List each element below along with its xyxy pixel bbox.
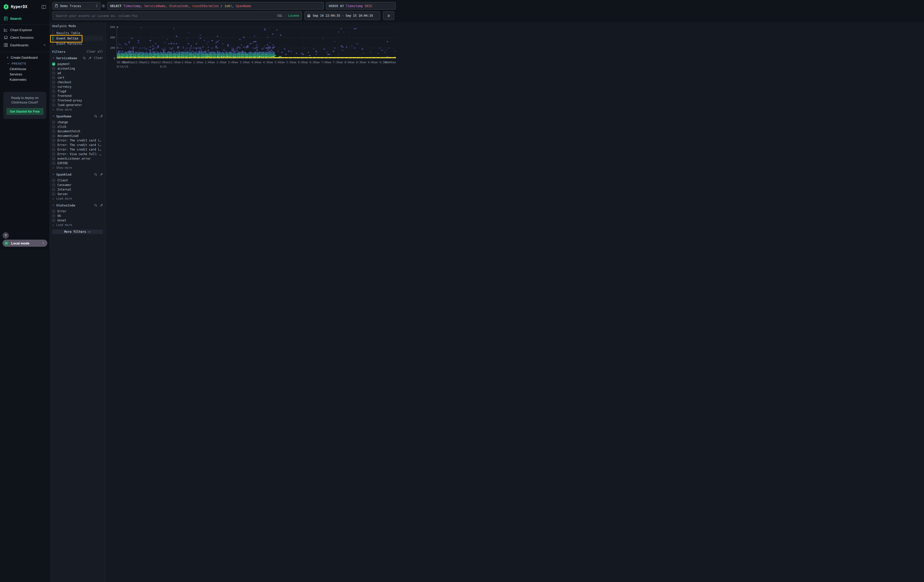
filter-checkbox-row[interactable]: checkout xyxy=(52,80,103,84)
sidebar-item-services[interactable]: Services xyxy=(0,72,50,77)
checkbox[interactable] xyxy=(52,72,55,75)
analysis-mode-event-deltas[interactable]: Event Deltas xyxy=(53,36,103,41)
filter-checkbox-row[interactable]: Server xyxy=(52,192,103,196)
create-dashboard-button[interactable]: + Create Dashboard xyxy=(0,54,50,61)
filter-checkbox-row[interactable]: Error: The credit card (… xyxy=(52,138,103,143)
filter-checkbox-row[interactable]: Error: The credit card (… xyxy=(52,143,103,147)
filter-checkbox-row[interactable]: accounting xyxy=(52,66,103,71)
sidebar-item-chart-explorer[interactable]: Chart Explorer xyxy=(0,26,50,34)
checkbox[interactable] xyxy=(52,90,55,93)
sidebar-item-kubernetes[interactable]: Kubernetes xyxy=(0,77,50,82)
filter-checkbox-row[interactable]: documentLoad xyxy=(52,134,103,138)
clear-all-filters-button[interactable]: Clear all xyxy=(87,50,103,53)
checkbox[interactable] xyxy=(52,210,55,213)
filter-group-name[interactable]: SpanKind xyxy=(56,173,71,176)
user-menu[interactable]: U Local mode xyxy=(3,240,47,247)
checkbox[interactable] xyxy=(52,99,55,102)
order-by-input[interactable]: ORDER BY Timestamp DESC xyxy=(326,2,396,10)
search-icon[interactable] xyxy=(94,115,97,118)
lucene-mode-button[interactable]: Lucene xyxy=(288,14,299,18)
chevron-down-icon[interactable] xyxy=(52,204,54,206)
filter-checkbox-row[interactable]: change xyxy=(52,120,103,125)
filter-checkbox-row[interactable]: frontend-proxy xyxy=(52,98,103,103)
pin-icon[interactable] xyxy=(100,173,103,176)
load-more-button[interactable]: Load more xyxy=(52,196,103,201)
checkbox[interactable] xyxy=(52,134,55,137)
checkbox[interactable] xyxy=(52,162,55,165)
sql-mode-button[interactable]: SQL xyxy=(277,14,283,18)
chevron-down-icon[interactable] xyxy=(52,173,54,176)
checkbox[interactable] xyxy=(52,179,55,182)
checkbox[interactable] xyxy=(52,148,55,151)
analysis-mode-results-table[interactable]: Results Table xyxy=(53,30,103,36)
filter-group-name[interactable]: StatusCode xyxy=(56,203,75,207)
checkbox[interactable] xyxy=(52,183,55,186)
filter-checkbox-row[interactable]: Error: Visa cache full: … xyxy=(52,152,103,157)
checkbox[interactable] xyxy=(52,219,55,222)
checkbox-checked[interactable] xyxy=(52,63,55,66)
checkbox[interactable] xyxy=(52,121,55,124)
clear-filter-button[interactable]: Clear xyxy=(94,56,103,60)
filter-checkbox-row[interactable]: payment xyxy=(52,62,103,66)
filter-checkbox-row[interactable]: eventListener.error xyxy=(52,157,103,161)
pin-icon[interactable] xyxy=(100,204,103,207)
gear-icon[interactable] xyxy=(101,4,106,8)
filter-checkbox-row[interactable]: Error: The credit card (… xyxy=(52,147,103,152)
filter-checkbox-row[interactable]: Ok xyxy=(52,214,103,218)
filter-checkbox-row[interactable]: load-generator xyxy=(52,103,103,107)
checkbox[interactable] xyxy=(52,67,55,70)
search-icon[interactable] xyxy=(83,56,86,60)
filter-checkbox-row[interactable]: Consumer xyxy=(52,183,103,187)
checkbox[interactable] xyxy=(52,94,55,97)
checkbox[interactable] xyxy=(52,214,55,218)
checkbox[interactable] xyxy=(52,81,55,84)
get-started-button[interactable]: Get Started for Free xyxy=(6,108,43,115)
filter-checkbox-row[interactable]: cart xyxy=(52,76,103,80)
source-select[interactable]: Demo Traces xyxy=(52,2,101,10)
filter-checkbox-row[interactable]: EXPIRE xyxy=(52,161,103,165)
chevron-down-icon[interactable] xyxy=(52,57,54,59)
presets-toggle[interactable]: PRESETS xyxy=(0,61,50,66)
checkbox[interactable] xyxy=(52,157,55,160)
duration-heatmap-canvas[interactable] xyxy=(117,26,396,59)
filter-checkbox-row[interactable]: frontend xyxy=(52,94,103,98)
date-range-picker[interactable]: Sep 14 22:04:35 - Sep 15 10:04:35 xyxy=(304,12,380,20)
filter-checkbox-row[interactable]: flagd xyxy=(52,89,103,94)
filter-checkbox-row[interactable]: Internal xyxy=(52,187,103,192)
checkbox[interactable] xyxy=(52,76,55,79)
checkbox[interactable] xyxy=(52,188,55,191)
checkbox[interactable] xyxy=(52,153,55,156)
filter-group-name[interactable]: ServiceName xyxy=(56,56,77,60)
filter-checkbox-row[interactable]: Client xyxy=(52,178,103,183)
filter-checkbox-row[interactable]: Unset xyxy=(52,218,103,223)
chevron-up-icon[interactable] xyxy=(43,43,46,46)
sidebar-item-client-sessions[interactable]: Client Sessions xyxy=(0,34,50,41)
run-query-button[interactable] xyxy=(383,12,394,20)
filter-checkbox-row[interactable]: documentFetch xyxy=(52,129,103,134)
checkbox[interactable] xyxy=(52,130,55,133)
chevron-down-icon[interactable] xyxy=(52,115,54,117)
checkbox[interactable] xyxy=(52,85,55,88)
filter-checkbox-row[interactable]: Error xyxy=(52,209,103,214)
sidebar-item-clickhouse[interactable]: ClickHouse xyxy=(0,66,50,72)
filter-checkbox-row[interactable]: ad xyxy=(52,71,103,76)
search-icon[interactable] xyxy=(94,173,97,176)
sidebar-item-dashboards[interactable]: Dashboards xyxy=(0,41,50,49)
checkbox[interactable] xyxy=(52,125,55,128)
filter-checkbox-row[interactable]: currency xyxy=(52,84,103,89)
show-more-button[interactable]: Show more xyxy=(52,107,103,112)
filter-group-name[interactable]: SpanName xyxy=(56,114,71,118)
pin-icon[interactable] xyxy=(88,56,92,60)
checkbox[interactable] xyxy=(52,193,55,196)
checkbox[interactable] xyxy=(52,143,55,147)
checkbox[interactable] xyxy=(52,139,55,142)
sidebar-collapse-icon[interactable] xyxy=(41,5,46,9)
analysis-mode-event-patterns[interactable]: Event Patterns xyxy=(53,41,103,46)
show-more-button[interactable]: Show more xyxy=(52,165,103,170)
filter-checkbox-row[interactable]: click xyxy=(52,125,103,129)
help-button[interactable]: ? xyxy=(3,232,9,239)
checkbox[interactable] xyxy=(52,104,55,107)
more-filters-button[interactable]: More filters xyxy=(52,229,103,234)
load-more-button[interactable]: Load more xyxy=(52,223,103,227)
search-input[interactable] xyxy=(55,14,275,18)
